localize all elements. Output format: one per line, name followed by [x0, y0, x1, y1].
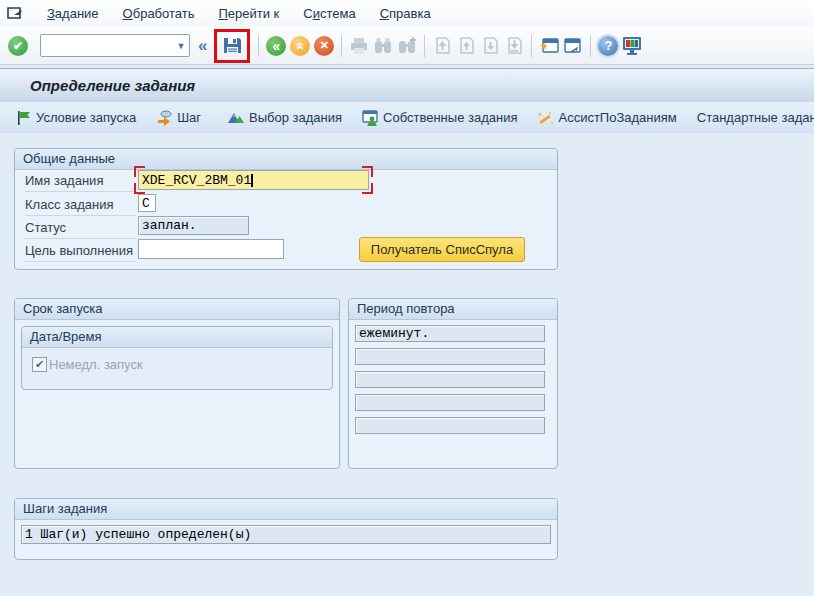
- page-up-button: [454, 34, 478, 58]
- period-field: ежеминут.: [355, 325, 545, 342]
- exit-button[interactable]: [288, 34, 312, 58]
- toolbar-separator: [531, 35, 532, 57]
- customize-layout-button[interactable]: [620, 34, 644, 58]
- job-selection-icon: [227, 110, 245, 125]
- selection-corner: [362, 183, 373, 194]
- system-toolbar: [0, 27, 814, 65]
- job-wizard-button[interactable]: АссистПоЗаданиям: [527, 105, 686, 131]
- find-next-icon: [397, 37, 417, 55]
- annotation-highlight: [214, 29, 250, 63]
- menu-indicator-icon: [7, 7, 25, 21]
- job-steps-group: Шаги задания 1 Шаг(и) успешно определен(…: [14, 498, 558, 560]
- find-button: [371, 34, 395, 58]
- help-button[interactable]: [596, 34, 620, 58]
- job-steps-header: Шаги задания: [15, 499, 557, 520]
- find-icon: [373, 37, 393, 55]
- page-down-button: [478, 34, 502, 58]
- period-field: [355, 417, 545, 434]
- menu-item-goto[interactable]: Перейти к: [206, 6, 291, 21]
- new-session-button[interactable]: [537, 34, 561, 58]
- save-icon: [222, 35, 243, 56]
- print-button: [347, 34, 371, 58]
- job-selection-button[interactable]: Выбор задания: [217, 105, 352, 131]
- cancel-icon: [314, 36, 334, 56]
- page-title: Определение задания: [30, 77, 195, 94]
- period-field: [355, 371, 545, 388]
- create-shortcut-icon: [563, 36, 584, 56]
- wizard-icon: [537, 110, 554, 126]
- start-time-header: Срок запуска: [15, 299, 339, 320]
- save-button[interactable]: [220, 34, 244, 58]
- new-session-icon: [539, 36, 560, 56]
- title-bar: Определение задания: [0, 68, 814, 103]
- last-page-button: [502, 34, 526, 58]
- find-next-button: [395, 34, 419, 58]
- exit-icon: [290, 36, 310, 56]
- menu-item-help[interactable]: Справка: [368, 6, 443, 21]
- sap-window: Задание Обработать Перейти к Система Спр…: [0, 0, 814, 596]
- immediate-start-label: Немедл. запуск: [49, 357, 143, 372]
- spool-recipient-button[interactable]: Получатель СписСпула: [359, 237, 525, 262]
- selection-corner: [134, 183, 145, 194]
- toolbar-separator: [341, 35, 342, 57]
- menu-item-job[interactable]: Задание: [35, 6, 111, 21]
- step-icon: [156, 110, 173, 126]
- own-jobs-icon: [362, 110, 379, 126]
- enter-icon: [8, 36, 28, 56]
- job-class-field[interactable]: C: [138, 194, 156, 212]
- back-icon: [266, 36, 286, 56]
- status-field: заплан.: [138, 216, 249, 235]
- create-shortcut-button[interactable]: [561, 34, 585, 58]
- toolbar-separator: [424, 35, 425, 57]
- enter-button[interactable]: [6, 34, 30, 58]
- period-field: [355, 394, 545, 411]
- period-field: [355, 348, 545, 365]
- toolbar-separator: [258, 35, 259, 57]
- repeat-period-group: Период повтора ежеминут.: [348, 298, 558, 469]
- datetime-header: Дата/Время: [22, 327, 332, 348]
- menu-item-system[interactable]: Система: [291, 6, 367, 21]
- job-name-label: Имя задания: [25, 173, 136, 192]
- menu-item-edit[interactable]: Обработать: [111, 6, 207, 21]
- application-toolbar: Условие запуска Шаг Выбор задания Собств…: [0, 102, 814, 134]
- flag-icon: [16, 110, 32, 126]
- page-up-icon: [457, 36, 476, 55]
- toolbar-separator: [590, 35, 591, 57]
- job-name-field[interactable]: XDE_RCV_2BM_01: [138, 170, 369, 190]
- command-field[interactable]: [40, 34, 190, 57]
- standard-jobs-button[interactable]: Стандартные задания: [687, 105, 814, 131]
- dropdown-icon[interactable]: [173, 35, 189, 56]
- menu-bar: Задание Обработать Перейти к Система Спр…: [0, 0, 814, 28]
- help-icon: [598, 36, 618, 56]
- own-jobs-button[interactable]: Собственные задания: [352, 105, 527, 131]
- text-cursor: [251, 174, 253, 187]
- job-steps-field: 1 Шаг(и) успешно определен(ы): [21, 525, 551, 544]
- screen-body: Общие данные Имя задания XDE_RCV_2BM_01 …: [0, 133, 814, 596]
- last-page-icon: [505, 36, 524, 55]
- cancel-button[interactable]: [312, 34, 336, 58]
- target-label: Цель выполнения: [25, 243, 136, 262]
- collapse-icon[interactable]: [198, 36, 207, 56]
- back-button[interactable]: [264, 34, 288, 58]
- selection-corner: [134, 166, 145, 177]
- status-label: Статус: [25, 220, 136, 239]
- page-down-icon: [481, 36, 500, 55]
- print-icon: [349, 37, 369, 55]
- datetime-group: Дата/Время Немедл. запуск: [21, 326, 333, 390]
- first-page-button: [430, 34, 454, 58]
- general-data-group: Общие данные Имя задания XDE_RCV_2BM_01 …: [14, 148, 558, 270]
- start-condition-button[interactable]: Условие запуска: [6, 105, 146, 131]
- job-class-label: Класс задания: [25, 197, 136, 216]
- general-data-header: Общие данные: [15, 149, 557, 170]
- selection-corner: [362, 166, 373, 177]
- immediate-start-checkbox[interactable]: [32, 357, 47, 372]
- step-button[interactable]: Шаг: [146, 105, 211, 131]
- target-field[interactable]: [138, 239, 284, 259]
- start-time-group: Срок запуска Дата/Время Немедл. запуск: [14, 298, 340, 469]
- repeat-period-header: Период повтора: [349, 299, 557, 320]
- first-page-icon: [433, 36, 452, 55]
- customize-layout-icon: [621, 35, 643, 56]
